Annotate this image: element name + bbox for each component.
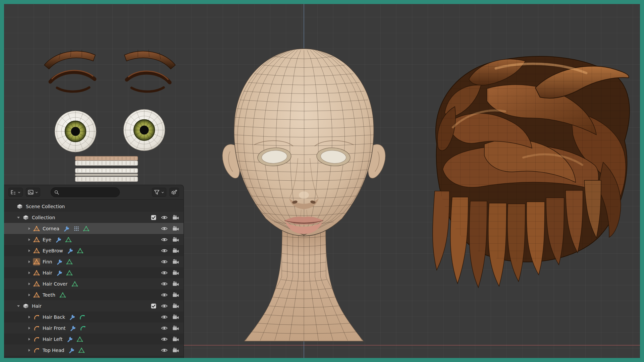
particles-icon[interactable] — [73, 225, 80, 232]
disclosure-arrow-icon[interactable] — [26, 314, 32, 320]
hide-in-viewport-eye-icon[interactable] — [161, 247, 168, 254]
outliner-row[interactable]: Hair Cover — [4, 278, 183, 289]
outliner-row[interactable]: Hair — [4, 267, 183, 278]
disclosure-arrow-icon[interactable] — [26, 281, 32, 287]
mesh-data-icon[interactable] — [71, 281, 78, 287]
hide-in-viewport-eye-icon[interactable] — [161, 313, 168, 321]
disclosure-arrow-icon[interactable] — [26, 237, 32, 242]
wrench-icon[interactable] — [56, 258, 63, 265]
disclosure-arrow-icon[interactable] — [26, 337, 32, 342]
wrench-icon[interactable] — [68, 347, 75, 354]
wrench-icon[interactable] — [55, 236, 62, 243]
chevron-down-icon — [161, 190, 165, 194]
disable-in-renders-camera-icon[interactable] — [172, 291, 179, 299]
outliner-row[interactable]: Hair — [4, 300, 183, 311]
disclosure-arrow-icon[interactable] — [15, 215, 21, 220]
row-right-icons — [151, 269, 179, 277]
display-mode-button[interactable] — [26, 188, 40, 197]
outliner-row[interactable]: EyeBrow — [4, 245, 183, 256]
badge-icons — [59, 292, 66, 298]
hide-in-viewport-eye-icon[interactable] — [161, 336, 168, 343]
curve-icon — [33, 324, 40, 332]
viewport-3d[interactable]: Scene Collection Collection Cornea Eye — [4, 4, 640, 358]
mesh-icon — [33, 236, 40, 243]
disclosure-arrow-icon[interactable] — [26, 270, 32, 276]
wrench-icon[interactable] — [70, 325, 76, 331]
row-right-icons — [151, 214, 179, 221]
teeth-meshes — [75, 156, 138, 182]
row-right-icons — [151, 280, 179, 288]
hair-mesh — [429, 54, 635, 292]
wrench-icon[interactable] — [63, 225, 70, 232]
scene-collection-icon — [16, 203, 23, 210]
disable-in-renders-camera-icon[interactable] — [172, 280, 179, 288]
filter-button[interactable] — [152, 188, 166, 197]
wrench-icon[interactable] — [56, 269, 63, 276]
hide-in-viewport-eye-icon[interactable] — [161, 302, 168, 310]
disable-in-renders-camera-icon[interactable] — [172, 313, 179, 321]
hide-in-viewport-eye-icon[interactable] — [161, 347, 168, 354]
collection-checkbox[interactable] — [151, 215, 157, 221]
disable-in-renders-camera-icon[interactable] — [172, 347, 179, 354]
outliner-item-label: Hair Back — [43, 314, 65, 320]
disable-in-renders-camera-icon[interactable] — [172, 214, 179, 221]
disable-in-renders-camera-icon[interactable] — [172, 258, 179, 265]
wrench-icon[interactable] — [67, 336, 73, 343]
outliner-row[interactable]: Cornea — [4, 223, 183, 234]
hide-in-viewport-eye-icon[interactable] — [161, 324, 168, 332]
outliner-search[interactable] — [51, 187, 120, 197]
mesh-data-icon[interactable] — [77, 247, 84, 254]
hide-in-viewport-eye-icon[interactable] — [161, 291, 168, 299]
search-input[interactable] — [61, 189, 116, 195]
outliner-row[interactable]: Top Head — [4, 345, 183, 356]
outliner-row[interactable]: Hair Left — [4, 334, 183, 345]
mesh-data-icon[interactable] — [66, 269, 73, 276]
disclosure-arrow-icon[interactable] — [15, 303, 21, 309]
disable-in-renders-camera-icon[interactable] — [172, 336, 179, 343]
disclosure-arrow-icon[interactable] — [26, 292, 32, 298]
hide-in-viewport-eye-icon[interactable] — [161, 214, 168, 221]
editor-type-button[interactable] — [8, 188, 23, 197]
outliner-item-label: Hair Front — [43, 325, 66, 331]
mesh-data-icon[interactable] — [83, 225, 90, 232]
mesh-data-icon[interactable] — [78, 347, 85, 354]
curve-data-icon[interactable] — [79, 314, 86, 320]
outliner-row[interactable]: Teeth — [4, 289, 183, 300]
outliner-row[interactable]: Hair Back — [4, 311, 183, 322]
mesh-data-icon[interactable] — [59, 292, 66, 298]
hide-in-viewport-eye-icon[interactable] — [161, 225, 168, 232]
disclosure-arrow-icon[interactable] — [26, 226, 32, 231]
outliner-row[interactable]: Scene Collection — [4, 201, 183, 212]
disclosure-arrow-icon[interactable] — [26, 325, 32, 331]
outliner-row[interactable]: Finn — [4, 256, 183, 267]
new-collection-button[interactable] — [169, 188, 179, 197]
outliner-header — [4, 185, 183, 200]
row-right-icons — [151, 258, 179, 265]
disclosure-arrow-icon[interactable] — [26, 348, 32, 353]
collection-icon — [22, 214, 30, 221]
disable-in-renders-camera-icon[interactable] — [172, 269, 179, 277]
mesh-data-icon[interactable] — [66, 258, 73, 265]
collection-checkbox[interactable] — [151, 303, 157, 309]
outliner-row[interactable]: Collection — [4, 212, 183, 223]
hide-in-viewport-eye-icon[interactable] — [161, 280, 168, 288]
hide-in-viewport-eye-icon[interactable] — [161, 236, 168, 243]
disable-in-renders-camera-icon[interactable] — [172, 247, 179, 254]
disclosure-arrow-icon[interactable] — [26, 248, 32, 253]
disable-in-renders-camera-icon[interactable] — [172, 302, 179, 310]
disable-in-renders-camera-icon[interactable] — [172, 324, 179, 332]
badge-icons — [67, 247, 84, 254]
disclosure-arrow-icon[interactable] — [26, 259, 32, 264]
wrench-icon[interactable] — [69, 314, 76, 320]
disable-in-renders-camera-icon[interactable] — [172, 225, 179, 232]
hide-in-viewport-eye-icon[interactable] — [161, 258, 168, 265]
outliner-row[interactable]: Hair Front — [4, 322, 183, 334]
curve-data-icon[interactable] — [79, 325, 86, 331]
disable-in-renders-camera-icon[interactable] — [172, 236, 179, 243]
mesh-data-icon[interactable] — [65, 236, 72, 243]
hide-in-viewport-eye-icon[interactable] — [161, 269, 168, 277]
badge-icons — [69, 314, 86, 320]
outliner-row[interactable]: Eye — [4, 234, 183, 245]
wrench-icon[interactable] — [67, 247, 74, 254]
mesh-data-icon[interactable] — [76, 336, 83, 343]
